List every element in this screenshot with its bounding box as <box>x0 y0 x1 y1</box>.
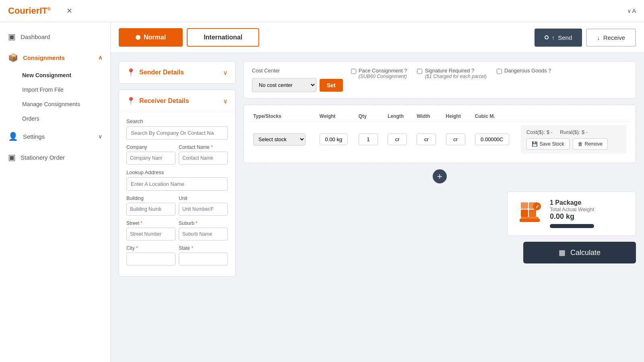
pace-label: Pace Consignment ? <box>359 68 407 74</box>
stock-table-section: Type/Stocks Weight Qty Length Width Heig… <box>244 105 636 163</box>
stock-type-select[interactable]: Select stock <box>253 133 305 146</box>
svg-rect-4 <box>521 202 528 209</box>
add-btn-row: + <box>244 169 636 183</box>
col-weight: Weight <box>316 111 355 122</box>
col-length: Length <box>384 111 413 122</box>
cost-center-group: Cost Center No cost center Set <box>252 68 343 92</box>
length-cell <box>384 122 413 157</box>
building-input[interactable] <box>126 203 175 216</box>
width-input[interactable] <box>417 134 436 145</box>
pace-consignment-item: Pace Consignment ? (SUB60 Consignment) <box>351 68 407 79</box>
calculate-button[interactable]: ▦ Calculate <box>523 242 636 263</box>
top-right: ∨ A <box>627 8 636 14</box>
stock-table: Type/Stocks Weight Qty Length Width Heig… <box>250 111 630 157</box>
receiver-chevron: ∨ <box>223 97 228 105</box>
street-input[interactable] <box>126 228 175 241</box>
receive-icon: ↓ <box>597 34 600 41</box>
logo-it: IT <box>39 6 47 16</box>
sidebar-sub-new-consignment[interactable]: New Consignment <box>22 68 110 82</box>
send-icon: ↑ <box>552 34 555 41</box>
send-button[interactable]: ↑ Send <box>535 29 582 47</box>
state-col: State * <box>179 245 228 265</box>
signature-sub: ($1 Charged for each parcel) <box>425 74 486 79</box>
package-weight-label: Total Actual Weight <box>550 206 594 212</box>
company-input[interactable] <box>126 152 175 165</box>
city-input[interactable] <box>126 253 175 265</box>
suburb-col: Suburb * <box>179 220 228 241</box>
contact-input[interactable] <box>179 152 228 165</box>
sidebar-sub-manage-consignments[interactable]: Manage Consignments <box>22 97 110 111</box>
top-right-text: ∨ A <box>627 8 636 14</box>
weight-progress-bar <box>550 224 594 228</box>
state-input[interactable] <box>179 253 228 265</box>
save-stock-button[interactable]: 💾 Save Stock <box>526 138 570 150</box>
street-suburb-row: Street * Suburb * <box>126 220 228 241</box>
remove-button[interactable]: 🗑 Remove <box>573 138 608 150</box>
rural-label: Rural($): $ <box>560 129 584 135</box>
city-col: City * <box>126 245 175 265</box>
tab-bar: Normal International ↑ Send ↓ Receive <box>111 22 644 53</box>
sender-details-accordion: 📍 Sender Details ∨ <box>119 61 235 84</box>
signature-label: Signature Required ? <box>425 68 486 74</box>
dangerous-goods-checkbox[interactable] <box>497 69 502 74</box>
tab-normal[interactable]: Normal <box>119 28 183 47</box>
sidebar: ▣ Dashboard 📦 Consignments ∧ New Consign… <box>0 22 111 362</box>
height-input[interactable] <box>446 134 465 145</box>
sidebar-sub-orders[interactable]: Orders <box>22 111 110 126</box>
layout: ▣ Dashboard 📦 Consignments ∧ New Consign… <box>0 22 644 362</box>
cost-center-select[interactable]: No cost center <box>252 78 316 92</box>
cost-label: Cost($): $ <box>526 129 549 135</box>
cost-center-set-button[interactable]: Set <box>320 79 343 92</box>
svg-rect-2 <box>521 210 528 217</box>
suburb-input[interactable] <box>179 228 228 241</box>
sender-icon: 📍 <box>126 68 135 77</box>
action-row: 💾 Save Stock 🗑 Remove <box>526 138 621 150</box>
package-weight-value: 0.00 kg <box>550 212 594 221</box>
col-actions <box>518 111 630 122</box>
logo-text: Courier <box>8 6 39 16</box>
contact-col: Contact Name * <box>179 144 228 165</box>
lookup-input[interactable] <box>126 177 228 191</box>
city-label: City * <box>126 245 175 251</box>
cubic-input[interactable] <box>475 134 509 145</box>
signature-required-checkbox[interactable] <box>417 69 422 74</box>
col-type: Type/Stocks <box>250 111 316 122</box>
street-col: Street * <box>126 220 175 241</box>
sidebar-item-settings[interactable]: 👤 Settings ∨ <box>0 126 110 147</box>
content-area: 📍 Sender Details ∨ 📍 Receiver Details ∨ … <box>111 53 644 291</box>
cost-center-select-row: No cost center Set <box>252 78 343 92</box>
unit-label: Unit <box>179 195 228 201</box>
sidebar-sub-import-from-file[interactable]: Import From File <box>22 82 110 97</box>
consignments-chevron: ∧ <box>98 54 102 61</box>
sidebar-item-stationery[interactable]: ▣ Stationery Order <box>0 147 110 168</box>
tab-international[interactable]: International <box>187 28 259 47</box>
logo: CourierIT® <box>8 6 51 16</box>
sidebar-item-consignments[interactable]: 📦 Consignments ∧ <box>0 47 110 68</box>
send-receive-group: ↑ Send ↓ Receive <box>535 29 636 47</box>
sidebar-item-dashboard[interactable]: ▣ Dashboard <box>0 26 110 47</box>
weight-input[interactable] <box>320 134 348 145</box>
receiver-details-header[interactable]: 📍 Receiver Details ∨ <box>119 90 235 112</box>
length-input[interactable] <box>388 134 407 145</box>
send-radio <box>545 35 549 39</box>
search-input[interactable] <box>126 126 228 140</box>
building-col: Building <box>126 195 175 216</box>
pace-consignment-checkbox[interactable] <box>351 69 356 74</box>
stock-type-cell: Select stock <box>250 122 316 157</box>
unit-input[interactable] <box>179 203 228 216</box>
add-stock-button[interactable]: + <box>433 169 447 183</box>
package-info: 1 Package Total Actual Weight 0.00 kg <box>550 199 594 228</box>
svg-rect-1 <box>521 217 539 220</box>
close-button[interactable]: × <box>67 6 72 16</box>
normal-label: Normal <box>144 34 166 41</box>
sender-details-header[interactable]: 📍 Sender Details ∨ <box>119 62 235 83</box>
cost-center-label: Cost Center <box>252 68 343 74</box>
qty-input[interactable] <box>359 134 378 145</box>
receive-button[interactable]: ↓ Receive <box>586 29 636 47</box>
company-label: Company <box>126 144 175 150</box>
sidebar-label-dashboard: Dashboard <box>21 33 50 40</box>
left-panel: 📍 Sender Details ∨ 📍 Receiver Details ∨ … <box>119 61 235 283</box>
sidebar-label-settings: Settings <box>23 133 45 140</box>
cubic-cell <box>472 122 518 157</box>
lookup-label: Lookup Address <box>126 169 228 175</box>
